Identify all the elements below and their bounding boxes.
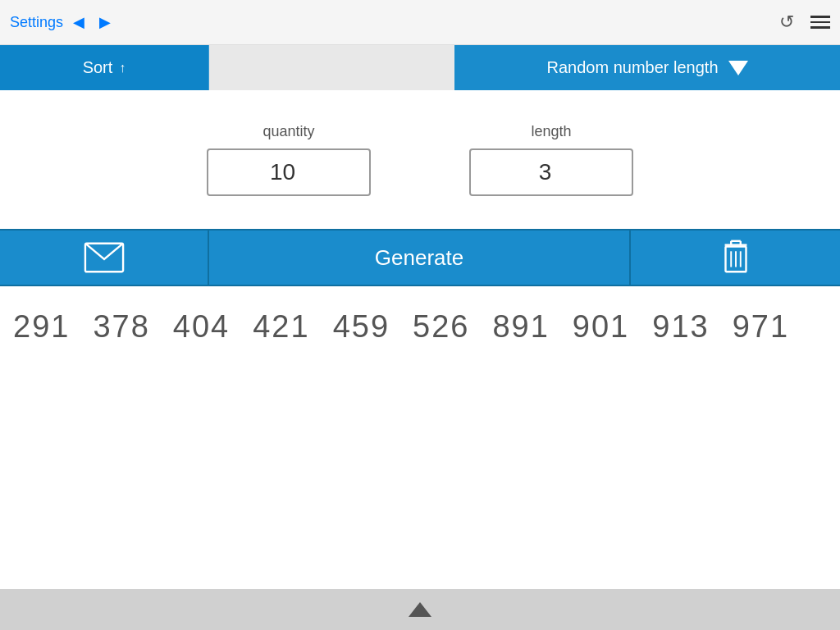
number-item: 378: [93, 309, 149, 345]
form-area: quantity length: [0, 90, 840, 229]
number-item: 891: [492, 309, 549, 345]
number-item: 291: [13, 309, 70, 345]
nav-arrows: ◀ ▶: [73, 13, 111, 31]
length-group: length: [469, 123, 633, 196]
numbers-display: 291378404421459526891901913971: [0, 286, 840, 358]
number-item: 526: [413, 309, 469, 345]
nav-right: ↺: [779, 11, 830, 33]
number-item: 971: [733, 309, 789, 345]
scroll-up-icon[interactable]: [409, 602, 431, 617]
undo-icon[interactable]: ↺: [779, 11, 794, 33]
number-item: 459: [333, 309, 390, 345]
sort-direction-icon: ↑: [119, 61, 126, 75]
generate-label: Generate: [375, 245, 463, 271]
tab-random-label: Random number length: [546, 58, 718, 77]
number-item: 421: [253, 309, 309, 345]
dropdown-arrow-icon: [728, 61, 748, 75]
quantity-input[interactable]: [207, 148, 371, 196]
tab-sort[interactable]: Sort ↑: [0, 45, 209, 90]
number-item: 404: [173, 309, 230, 345]
tab-sort-label: Sort: [83, 58, 113, 77]
number-item: 901: [573, 309, 629, 345]
quantity-label: quantity: [262, 123, 314, 140]
trash-icon: [715, 237, 756, 278]
top-nav: Settings ◀ ▶ ↺: [0, 0, 840, 45]
bottom-bar: [0, 589, 840, 630]
tab-random[interactable]: Random number length: [454, 45, 840, 90]
mail-button[interactable]: [0, 231, 209, 285]
tab-bar: Sort ↑ Random number length: [0, 45, 840, 90]
quantity-group: quantity: [207, 123, 371, 196]
number-item: 913: [652, 309, 709, 345]
settings-label[interactable]: Settings: [10, 14, 63, 31]
trash-button[interactable]: [631, 231, 840, 285]
mail-icon: [84, 237, 125, 278]
menu-icon[interactable]: [810, 16, 830, 29]
length-label: length: [531, 123, 571, 140]
action-bar: Generate: [0, 229, 840, 286]
forward-arrow[interactable]: ▶: [99, 13, 111, 31]
generate-button[interactable]: Generate: [209, 231, 631, 285]
length-input[interactable]: [469, 148, 633, 196]
tab-middle: [209, 45, 454, 90]
back-arrow[interactable]: ◀: [73, 13, 84, 31]
